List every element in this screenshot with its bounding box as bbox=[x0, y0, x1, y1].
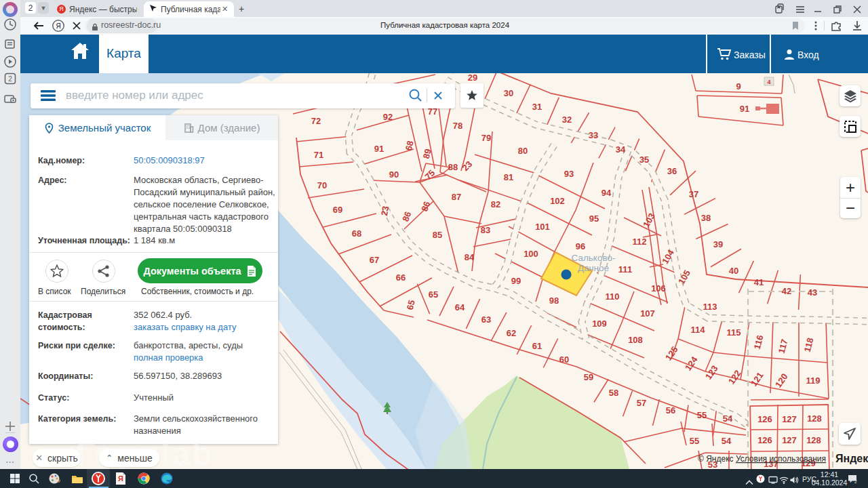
svg-text:100: 100 bbox=[524, 249, 538, 259]
svg-text:112: 112 bbox=[633, 237, 647, 247]
svg-text:72: 72 bbox=[311, 116, 321, 126]
svg-text:56: 56 bbox=[666, 405, 675, 415]
svg-text:126: 126 bbox=[757, 414, 772, 424]
svg-text:92: 92 bbox=[383, 112, 393, 122]
svg-text:29: 29 bbox=[468, 73, 477, 83]
svg-text:113: 113 bbox=[703, 302, 717, 312]
svg-text:36: 36 bbox=[667, 166, 677, 176]
svg-text:127: 127 bbox=[782, 435, 797, 445]
svg-text:70: 70 bbox=[317, 180, 327, 190]
svg-text:60: 60 bbox=[559, 354, 569, 365]
svg-text:55: 55 bbox=[690, 436, 699, 446]
svg-text:31: 31 bbox=[532, 102, 542, 112]
svg-text:99: 99 bbox=[511, 276, 521, 286]
svg-text:90: 90 bbox=[389, 169, 399, 180]
svg-text:37: 37 bbox=[689, 189, 698, 199]
svg-text:34: 34 bbox=[616, 144, 626, 155]
svg-text:84: 84 bbox=[465, 252, 475, 262]
svg-text:107: 107 bbox=[640, 308, 655, 319]
svg-text:94: 94 bbox=[601, 188, 612, 198]
svg-text:62: 62 bbox=[507, 328, 516, 338]
svg-text:85: 85 bbox=[433, 230, 442, 240]
svg-text:126: 126 bbox=[757, 435, 772, 445]
svg-text:38: 38 bbox=[701, 213, 711, 223]
svg-text:87: 87 bbox=[452, 192, 461, 202]
svg-text:Я: Я bbox=[56, 22, 60, 30]
svg-text:32: 32 bbox=[562, 115, 572, 125]
svg-text:4: 4 bbox=[767, 79, 770, 85]
svg-text:61: 61 bbox=[532, 341, 542, 351]
svg-text:33: 33 bbox=[589, 130, 598, 140]
svg-text:63: 63 bbox=[481, 314, 491, 325]
svg-text:128: 128 bbox=[807, 413, 822, 424]
svg-text:54: 54 bbox=[722, 436, 732, 446]
svg-text:101: 101 bbox=[535, 222, 550, 232]
svg-text:119: 119 bbox=[806, 375, 821, 386]
svg-text:43: 43 bbox=[808, 287, 817, 298]
svg-text:42: 42 bbox=[782, 286, 791, 296]
svg-text:66: 66 bbox=[396, 272, 406, 283]
svg-text:54: 54 bbox=[723, 413, 733, 424]
svg-text:83: 83 bbox=[481, 225, 490, 235]
svg-text:91: 91 bbox=[740, 104, 749, 114]
svg-text:80: 80 bbox=[518, 146, 528, 156]
svg-text:39: 39 bbox=[713, 239, 723, 249]
svg-text:59: 59 bbox=[584, 372, 593, 382]
svg-text:95: 95 bbox=[589, 214, 599, 224]
svg-text:23: 23 bbox=[379, 205, 391, 217]
svg-text:69: 69 bbox=[333, 205, 342, 215]
svg-text:106: 106 bbox=[651, 283, 666, 293]
svg-text:Яндекс: Яндекс bbox=[835, 453, 868, 464]
svg-text:41: 41 bbox=[754, 277, 764, 287]
svg-text:67: 67 bbox=[370, 255, 379, 265]
svg-text:57: 57 bbox=[637, 398, 646, 408]
svg-text:© Яндекс Условия использования: © Яндекс Условия использования bbox=[698, 454, 826, 464]
svg-text:115: 115 bbox=[727, 327, 741, 338]
svg-text:2: 2 bbox=[854, 479, 857, 484]
svg-text:Сальково-: Сальково- bbox=[572, 253, 616, 263]
svg-text:109: 109 bbox=[592, 319, 607, 329]
svg-text:78: 78 bbox=[453, 121, 462, 131]
svg-text:98: 98 bbox=[549, 296, 559, 306]
svg-text:30: 30 bbox=[504, 88, 513, 98]
svg-text:93: 93 bbox=[564, 169, 574, 179]
svg-text:68: 68 bbox=[352, 228, 361, 239]
svg-text:91: 91 bbox=[374, 144, 384, 154]
svg-text:114: 114 bbox=[691, 325, 706, 335]
svg-text:96: 96 bbox=[576, 241, 585, 251]
svg-text:88: 88 bbox=[448, 162, 458, 172]
svg-text:2: 2 bbox=[8, 75, 12, 83]
svg-text:79: 79 bbox=[481, 133, 491, 143]
svg-text:55: 55 bbox=[697, 410, 707, 420]
svg-text:128: 128 bbox=[806, 435, 821, 445]
svg-text:Дачное: Дачное bbox=[578, 263, 609, 273]
svg-text:71: 71 bbox=[314, 150, 323, 160]
svg-text:110: 110 bbox=[606, 291, 620, 302]
svg-text:111: 111 bbox=[618, 264, 632, 274]
svg-text:64: 64 bbox=[455, 302, 465, 312]
svg-text:81: 81 bbox=[504, 172, 513, 182]
svg-text:108: 108 bbox=[628, 335, 643, 345]
svg-text:40: 40 bbox=[729, 266, 738, 276]
svg-text:82: 82 bbox=[491, 199, 500, 209]
svg-text:9: 9 bbox=[736, 81, 741, 92]
svg-text:Я: Я bbox=[118, 474, 123, 483]
svg-text:65: 65 bbox=[429, 289, 438, 300]
svg-text:102: 102 bbox=[550, 196, 565, 206]
svg-text:35: 35 bbox=[639, 155, 649, 165]
svg-text:58: 58 bbox=[609, 388, 618, 398]
svg-text:127: 127 bbox=[782, 414, 797, 424]
